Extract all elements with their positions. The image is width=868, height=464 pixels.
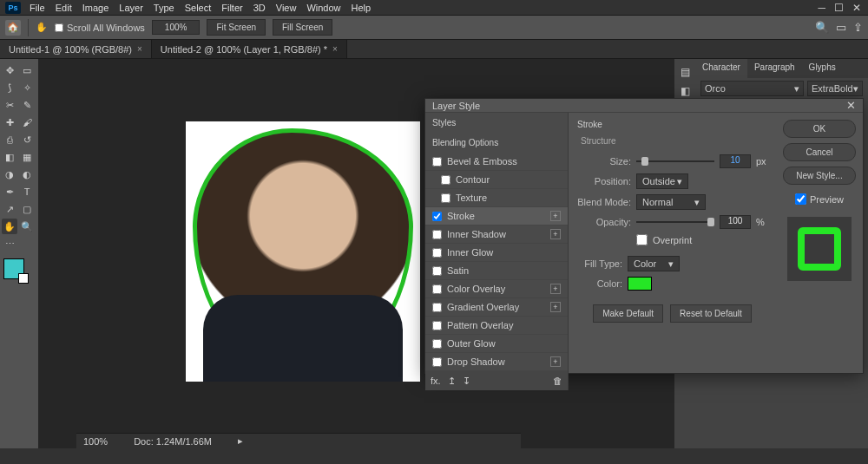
style-bevel-emboss[interactable]: Bevel & Emboss: [425, 153, 568, 171]
add-effect-icon[interactable]: +: [550, 284, 561, 294]
zoom-value[interactable]: 100%: [152, 20, 201, 35]
status-zoom[interactable]: 100%: [83, 436, 108, 447]
stamp-tool-icon[interactable]: ⎙: [2, 132, 17, 147]
chevron-down-icon: ▾: [853, 83, 858, 95]
menu-edit[interactable]: Edit: [56, 3, 72, 13]
shape-tool-icon[interactable]: ▢: [19, 201, 35, 217]
opacity-slider[interactable]: [636, 216, 714, 228]
maximize-icon[interactable]: ☐: [834, 2, 844, 14]
healing-tool-icon[interactable]: ✚: [2, 114, 17, 130]
style-stroke[interactable]: Stroke+: [425, 207, 568, 225]
style-color-overlay[interactable]: Color Overlay+: [425, 280, 568, 298]
menu-help[interactable]: Help: [352, 3, 372, 13]
menu-3d[interactable]: 3D: [253, 3, 266, 13]
preview-checkbox[interactable]: Preview: [783, 193, 856, 205]
dialog-close-icon[interactable]: ✕: [846, 99, 856, 112]
search-icon[interactable]: 🔍: [815, 21, 829, 34]
tab-paragraph[interactable]: Paragraph: [747, 59, 802, 78]
menu-view[interactable]: View: [276, 3, 297, 13]
workspace-icon[interactable]: ▭: [836, 21, 846, 34]
make-default-button[interactable]: Make Default: [593, 304, 663, 323]
hand-tool-icon[interactable]: ✋: [36, 22, 48, 33]
overprint-checkbox[interactable]: [636, 234, 648, 245]
home-icon[interactable]: 🏠: [5, 20, 21, 36]
share-icon[interactable]: ⇪: [853, 21, 863, 34]
swatches-panel-icon[interactable]: ◧: [681, 85, 690, 97]
move-tool-icon[interactable]: ✥: [2, 62, 17, 78]
add-effect-icon[interactable]: +: [550, 229, 561, 239]
close-tab-icon[interactable]: ×: [137, 44, 142, 54]
menu-filter[interactable]: Filter: [221, 3, 242, 13]
eraser-tool-icon[interactable]: ◧: [2, 149, 17, 165]
doc-tab-2[interactable]: Untitled-2 @ 100% (Layer 1, RGB/8#) * ×: [152, 40, 347, 58]
scroll-all-checkbox[interactable]: Scroll All Windows: [55, 23, 145, 33]
path-tool-icon[interactable]: ↗: [2, 201, 17, 217]
style-satin[interactable]: Satin: [425, 262, 568, 280]
blending-options[interactable]: Blending Options: [425, 133, 568, 153]
magic-wand-tool-icon[interactable]: ✧: [19, 80, 35, 95]
style-outer-glow[interactable]: Outer Glow: [425, 335, 568, 353]
edit-toolbar-icon[interactable]: ⋯: [2, 236, 17, 252]
move-down-icon[interactable]: ↧: [463, 376, 470, 387]
add-effect-icon[interactable]: +: [550, 211, 561, 221]
pen-tool-icon[interactable]: ✒: [2, 184, 17, 199]
canvas[interactable]: [186, 121, 420, 382]
menu-window[interactable]: Window: [306, 3, 340, 13]
cancel-button[interactable]: Cancel: [783, 143, 856, 161]
close-icon[interactable]: ✕: [852, 2, 861, 14]
type-tool-icon[interactable]: T: [19, 184, 35, 199]
style-inner-shadow[interactable]: Inner Shadow+: [425, 225, 568, 244]
tab-character[interactable]: Character: [695, 59, 747, 78]
font-style-select[interactable]: ExtraBold▾: [807, 81, 863, 96]
reset-default-button[interactable]: Reset to Default: [670, 304, 752, 323]
add-effect-icon[interactable]: +: [550, 356, 561, 367]
menu-layer[interactable]: Layer: [119, 3, 143, 13]
menu-type[interactable]: Type: [154, 3, 174, 13]
dodge-tool-icon[interactable]: ◐: [19, 167, 35, 182]
history-brush-icon[interactable]: ↺: [19, 132, 35, 147]
lasso-tool-icon[interactable]: ⟆: [2, 80, 17, 95]
zoom-tool-icon[interactable]: 🔍: [19, 219, 35, 234]
fill-type-select[interactable]: Color▾: [628, 256, 680, 271]
stroke-color-swatch[interactable]: [628, 277, 652, 291]
ok-button[interactable]: OK: [783, 120, 856, 138]
menu-file[interactable]: File: [30, 3, 45, 13]
close-tab-icon[interactable]: ×: [332, 44, 338, 54]
minimize-icon[interactable]: ─: [818, 2, 825, 14]
style-drop-shadow[interactable]: Drop Shadow+: [425, 353, 568, 371]
menu-select[interactable]: Select: [185, 3, 212, 13]
styles-header[interactable]: Styles: [425, 113, 568, 133]
eyedropper-tool-icon[interactable]: ✎: [19, 97, 35, 113]
new-style-button[interactable]: New Style...: [783, 167, 856, 185]
style-texture[interactable]: Texture: [425, 189, 568, 207]
tab-glyphs[interactable]: Glyphs: [802, 59, 843, 78]
style-pattern-overlay[interactable]: Pattern Overlay: [425, 317, 568, 335]
brush-tool-icon[interactable]: 🖌: [19, 114, 35, 130]
background-color-swatch[interactable]: [18, 273, 29, 284]
font-family-select[interactable]: Orco▾: [700, 81, 804, 96]
add-effect-icon[interactable]: +: [550, 302, 561, 312]
dialog-titlebar[interactable]: Layer Style ✕: [425, 99, 863, 113]
style-gradient-overlay[interactable]: Gradient Overlay+: [425, 298, 568, 317]
style-contour[interactable]: Contour: [425, 171, 568, 189]
trash-icon[interactable]: 🗑: [553, 376, 562, 386]
color-panel-icon[interactable]: ▤: [681, 66, 690, 78]
position-select[interactable]: Outside▾: [636, 173, 688, 189]
style-inner-glow[interactable]: Inner Glow: [425, 244, 568, 262]
gradient-tool-icon[interactable]: ▦: [19, 149, 35, 165]
size-slider[interactable]: [636, 155, 714, 167]
move-up-icon[interactable]: ↥: [448, 376, 456, 387]
fit-screen-button[interactable]: Fit Screen: [207, 19, 266, 36]
crop-tool-icon[interactable]: ✂: [2, 97, 17, 113]
marquee-tool-icon[interactable]: ▭: [19, 62, 35, 78]
menu-image[interactable]: Image: [82, 3, 109, 13]
size-input[interactable]: 10: [720, 154, 751, 168]
doc-tab-1[interactable]: Untitled-1 @ 100% (RGB/8#) ×: [0, 40, 152, 58]
blend-mode-select[interactable]: Normal▾: [636, 194, 706, 210]
hand-tool-icon[interactable]: ✋: [2, 219, 17, 234]
status-arrow-icon[interactable]: ▸: [238, 435, 243, 447]
foreground-color-swatch[interactable]: [3, 258, 24, 279]
fill-screen-button[interactable]: Fill Screen: [273, 19, 332, 36]
opacity-input[interactable]: 100: [720, 215, 751, 229]
blur-tool-icon[interactable]: ◑: [2, 167, 17, 182]
